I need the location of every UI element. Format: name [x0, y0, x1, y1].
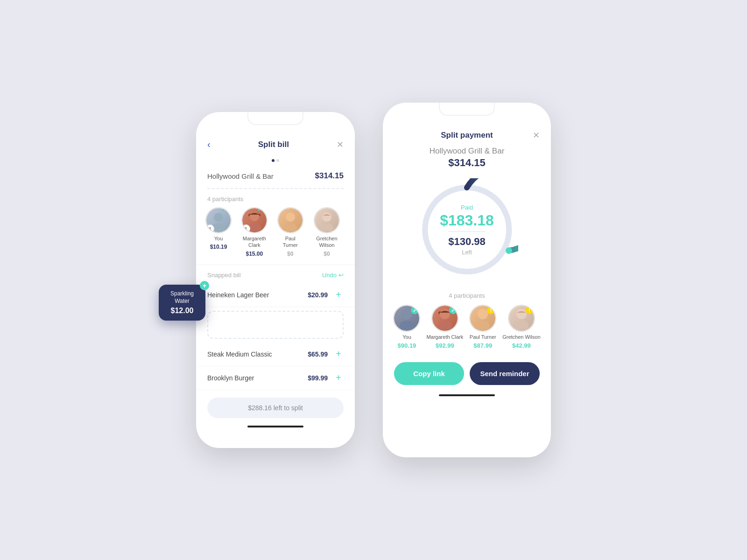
- avatar2-gretchen[interactable]: !: [508, 305, 535, 332]
- svg-point-4: [286, 212, 295, 222]
- svg-point-13: [438, 321, 452, 329]
- participant2-paul: ! Paul Turner $87.99: [469, 305, 496, 349]
- svg-point-9: [506, 247, 512, 254]
- participant2-margareth-amount: $92.99: [436, 342, 454, 349]
- snapped-header: Snapped bill Undo ↩: [196, 265, 355, 283]
- svg-point-6: [322, 212, 331, 222]
- svg-point-7: [320, 223, 333, 231]
- avatar-margareth-dots: [258, 209, 266, 211]
- bill-item-2: Steak Medium Classic $65.99 +: [196, 343, 355, 366]
- restaurant-row: Hollywood Grill & Bar $314.15: [196, 168, 355, 188]
- phone-notch: [247, 112, 303, 125]
- gauge-left-label: Left: [440, 249, 494, 256]
- participant2-margareth-name: Margareth Clark: [426, 334, 463, 340]
- participant-you: 1 You $10.19: [205, 207, 232, 257]
- participant2-paul-name: Paul Turner: [470, 334, 496, 340]
- home-indicator: [247, 426, 303, 427]
- gauge-left-amount: $130.98: [440, 236, 494, 248]
- bill-item-1-price: $20.99: [308, 291, 328, 299]
- floating-item-price: $12.00: [166, 307, 198, 315]
- bill-item-2-add[interactable]: +: [333, 349, 344, 359]
- screen2-close-button[interactable]: ✕: [533, 130, 540, 140]
- bill-item-3: Brooklyn Burger $99.99 +: [196, 366, 355, 390]
- participant2-margareth: ✓ Margareth Clark $92.99: [426, 305, 463, 349]
- bill-item-3-add[interactable]: +: [333, 373, 344, 383]
- gretchen-status-icon: !: [526, 307, 533, 314]
- bill-item-1: Heineken Lager Beer $20.99 +: [196, 283, 355, 307]
- svg-point-17: [514, 321, 529, 329]
- svg-point-10: [402, 309, 412, 320]
- bill-item-3-name: Brooklyn Burger: [207, 374, 254, 382]
- phone-screen2: Split payment ✕ Hollywood Grill & Bar $3…: [383, 103, 551, 457]
- copy-link-button[interactable]: Copy link: [394, 362, 464, 385]
- avatar-gretchen[interactable]: [314, 207, 340, 233]
- dot-2: [276, 159, 279, 162]
- avatar-you[interactable]: 1: [205, 207, 232, 233]
- participant-gretchen: Gretchen Wilson $0: [308, 207, 345, 257]
- bill-item-1-name: Heineken Lager Beer: [207, 291, 269, 299]
- participants2-label: 4 participants: [383, 288, 551, 305]
- phone-screen1: ‹ Split bill ✕ Hollywood Grill & Bar $31…: [196, 112, 355, 448]
- bill-item-2-name: Steak Medium Classic: [207, 350, 272, 358]
- empty-slot: [207, 311, 344, 339]
- svg-point-14: [478, 309, 488, 319]
- gauge-wrapper: Paid $183.18 $130.98 Left: [416, 178, 518, 281]
- floating-item-card: + Sparkling Water $12.00: [159, 285, 205, 321]
- participant2-gretchen: ! Gretchen Wilson $42.99: [502, 305, 540, 349]
- bill-item-3-price: $99.99: [308, 374, 328, 382]
- floating-plus-icon: +: [200, 281, 209, 290]
- screen2-title: Split payment: [441, 131, 493, 140]
- gauge-container: Paid $183.18 $130.98 Left: [383, 174, 551, 288]
- svg-point-11: [400, 321, 414, 329]
- screen2-header: Split payment ✕: [383, 126, 551, 144]
- participant2-paul-amount: $87.99: [473, 342, 492, 349]
- progress-dots: [196, 157, 355, 168]
- participant-paul-amount: $0: [287, 251, 293, 257]
- participant-paul-name: Paul Turner: [277, 235, 303, 249]
- participant-you-amount: $10.19: [210, 244, 227, 250]
- participant-margareth: 1 Margareth Clark $15.00: [236, 207, 273, 257]
- avatars2-row: ✓ You $90.19: [383, 305, 551, 357]
- screen1-title: Split bill: [258, 140, 289, 149]
- dot-1: [272, 159, 275, 162]
- avatar2-you[interactable]: ✓: [393, 305, 420, 332]
- send-reminder-button[interactable]: Send reminder: [470, 362, 540, 385]
- participant2-gretchen-name: Gretchen Wilson: [502, 334, 540, 340]
- back-button[interactable]: ‹: [207, 139, 211, 150]
- left-to-split-bar: $288.16 left to split: [207, 398, 344, 418]
- gauge-paid-amount: $183.18: [440, 213, 494, 228]
- participant2-you-name: You: [402, 334, 411, 340]
- screen2-restaurant-name: Hollywood Grill & Bar: [383, 144, 551, 157]
- actions-row: Copy link Send reminder: [383, 357, 551, 385]
- participant2-you-amount: $90.19: [398, 342, 416, 349]
- gauge-center: Paid $183.18 $130.98 Left: [440, 204, 494, 256]
- avatar2-paul[interactable]: !: [469, 305, 496, 332]
- svg-point-0: [214, 213, 223, 222]
- margareth-status-icon: ✓: [449, 307, 457, 314]
- screen2-restaurant-amount: $314.15: [383, 157, 551, 174]
- screen1-header: ‹ Split bill ✕: [196, 134, 355, 157]
- svg-point-12: [440, 309, 450, 319]
- gauge-paid-label: Paid: [440, 204, 494, 211]
- avatar-paul[interactable]: [277, 207, 303, 233]
- svg-point-5: [284, 223, 297, 231]
- avatar-you-badge: 1: [206, 224, 214, 233]
- phone-notch-2: [439, 103, 495, 116]
- avatar-margareth-badge: 1: [242, 224, 250, 233]
- participant2-you: ✓ You $90.19: [393, 305, 420, 349]
- floating-item-name: Sparkling Water: [166, 290, 198, 305]
- snapped-label: Snapped bill: [207, 272, 241, 279]
- participant-gretchen-name: Gretchen Wilson: [308, 235, 345, 249]
- avatar-margareth[interactable]: 1: [241, 207, 268, 233]
- bill-item-1-add[interactable]: +: [333, 290, 344, 300]
- participant-paul: Paul Turner $0: [277, 207, 303, 257]
- avatar2-margareth[interactable]: ✓: [431, 305, 458, 332]
- participants-label: 4 participants: [196, 189, 355, 207]
- restaurant-name: Hollywood Grill & Bar: [207, 172, 274, 180]
- undo-button[interactable]: Undo ↩: [322, 272, 344, 279]
- participant-gretchen-amount: $0: [324, 251, 330, 257]
- svg-point-15: [476, 321, 490, 329]
- close-button[interactable]: ✕: [337, 140, 344, 150]
- participant-margareth-name: Margareth Clark: [236, 235, 273, 249]
- participant-margareth-amount: $15.00: [246, 251, 263, 257]
